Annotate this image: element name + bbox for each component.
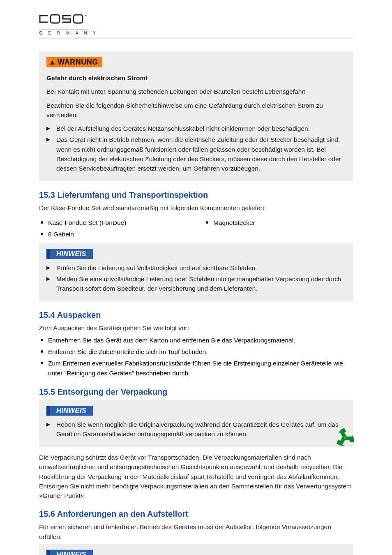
section-lieferumfang-title: 15.3 Lieferumfang und Transportinspektio… bbox=[39, 190, 353, 200]
hinweis-box-lieferumfang: HINWEIS Prüfen Sie die Lieferung auf Vol… bbox=[39, 243, 353, 302]
section-auspacken-title: 15.4 Auspacken bbox=[39, 310, 353, 320]
list-item: Zum Entfernen eventueller Fabrikationsrü… bbox=[39, 358, 353, 378]
svg-rect-1 bbox=[74, 15, 83, 23]
logo-subline: G E R M A N Y bbox=[39, 31, 353, 35]
recycle-icon bbox=[333, 426, 356, 449]
svg-rect-0 bbox=[51, 15, 60, 23]
svg-point-2 bbox=[85, 15, 87, 16]
entsorgung-p1: Die Verpackung schützt das Gerät vor Tra… bbox=[39, 453, 353, 500]
warning-heading: Gefahr durch elektrischen Strom! bbox=[46, 73, 346, 83]
list-item: Käse-Fondue Set (FonDue) bbox=[39, 218, 188, 228]
lieferumfang-columns: Käse-Fondue Set (FonDue) 8 Gabeln Magnet… bbox=[39, 215, 353, 243]
hinweis-list: Heben Sie wenn möglich die Originalverpa… bbox=[46, 420, 346, 439]
warning-triangle-icon: ▲ bbox=[49, 59, 56, 66]
warning-box: ▲ WARNUNG Gefahr durch elektrischen Stro… bbox=[39, 51, 353, 181]
section-anforderungen-title: 15.6 Anforderungen an den Aufstellort bbox=[39, 509, 353, 519]
warning-list-item: Bei der Aufstellung des Gerätes Netzansc… bbox=[46, 124, 346, 133]
brand-logo: G E R M A N Y bbox=[39, 12, 353, 35]
list-item: 8 Gabeln bbox=[39, 229, 188, 239]
hinweis-list: Prüfen Sie die Lieferung auf Vollständig… bbox=[46, 263, 346, 294]
hinweis-list-item: Heben Sie wenn möglich die Originalverpa… bbox=[46, 420, 346, 439]
caso-logotype bbox=[39, 12, 92, 27]
section-auspacken-intro: Zum Auspacken des Gerätes gehen Sie wie … bbox=[39, 323, 353, 333]
badge-warnung-label: WARNUNG bbox=[58, 58, 98, 67]
warning-p1: Bei Kontakt mit unter Spannung stehenden… bbox=[46, 87, 346, 96]
header-rule bbox=[39, 39, 353, 39]
list-item: Magnetstecker bbox=[204, 218, 353, 228]
badge-warnung: ▲ WARNUNG bbox=[46, 57, 102, 67]
hinweis-list-item: Melden Sie eine unvollständige Lieferung… bbox=[46, 274, 346, 294]
section-lieferumfang-intro: Der Käse-Fondue Set wird standardmäßig m… bbox=[39, 203, 353, 213]
warning-p2: Beachten Sie die folgenden Sicherheitshi… bbox=[46, 101, 346, 120]
hinweis-list-item: Prüfen Sie die Lieferung auf Vollständig… bbox=[46, 263, 346, 273]
hinweis-box-anforderungen: HINWEIS Das Gerät muss auf einer festen,… bbox=[39, 544, 353, 555]
lieferumfang-left: Käse-Fondue Set (FonDue) 8 Gabeln bbox=[39, 218, 188, 241]
badge-hinweis: HINWEIS bbox=[46, 406, 93, 416]
warning-list-item: Das Gerät nicht in Betrieb nehmen, wenn … bbox=[46, 135, 346, 173]
logo-divider bbox=[39, 30, 88, 30]
list-item: Entnehmen Sie das Gerät aus dem Karton u… bbox=[39, 335, 353, 345]
section-entsorgung-title: 15.5 Entsorgung der Verpackung bbox=[39, 387, 353, 397]
section-anforderungen-intro: Für einen sicheren und fehlerfreien Betr… bbox=[39, 522, 353, 541]
lieferumfang-right: Magnetstecker bbox=[204, 218, 353, 241]
auspacken-list: Entnehmen Sie das Gerät aus dem Karton u… bbox=[39, 335, 353, 378]
badge-hinweis: HINWEIS bbox=[46, 550, 93, 555]
warning-list: Bei der Aufstellung des Gerätes Netzansc… bbox=[46, 124, 346, 173]
hinweis-box-entsorgung: HINWEIS Heben Sie wenn möglich die Origi… bbox=[39, 400, 353, 447]
badge-hinweis: HINWEIS bbox=[46, 249, 93, 259]
list-item: Entfernen Sie die Zubehörteile die sich … bbox=[39, 347, 353, 357]
